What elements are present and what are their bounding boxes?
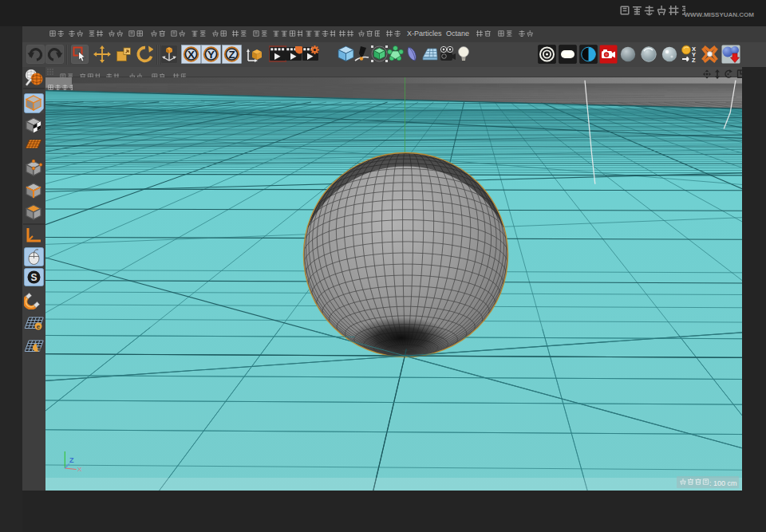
svg-text:Z: Z [228,49,235,61]
svg-text:e: e [37,323,41,330]
svg-text:Y: Y [207,49,215,61]
svg-text:X: X [188,49,195,61]
svg-text:Z: Z [69,456,74,464]
svg-text:X: X [77,466,82,473]
svg-text:S: S [30,272,37,283]
svg-text:: 100 cm: : 100 cm [709,479,737,487]
svg-text:Z: Z [692,57,696,64]
